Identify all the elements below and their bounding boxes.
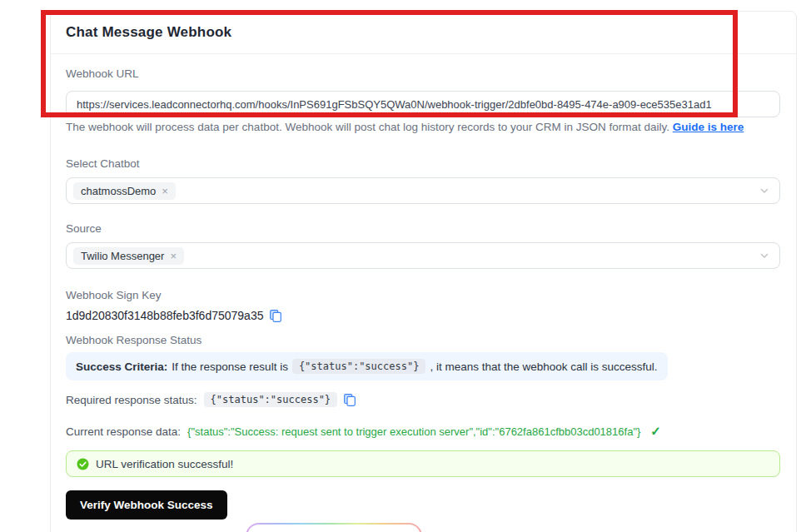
helper-text-body: The webhook will process data per chatbo… [66,121,673,133]
chevron-down-icon [759,251,769,261]
success-criteria-pre: If the response result is [172,360,288,373]
required-response-label: Required response status: [66,394,197,406]
sign-key-row: 1d9d20830f3148b88feb3f6d75079a35 [66,309,780,322]
required-response-code: {"status":"success"} [204,392,338,407]
remove-tag-icon[interactable]: × [170,251,177,261]
source-tag-label: Twilio Messenger [81,250,164,262]
chatbot-tag-label: chatmossDemo [81,185,156,197]
sign-key-value: 1d9d20830f3148b88feb3f6d75079a35 [66,309,263,322]
check-icon: ✓ [650,424,661,439]
webhook-settings-card: Chat Message Webhook Webhook URL The web… [50,11,797,532]
verification-success-alert: URL verification successful! [66,450,780,477]
page-title: Chat Message Webhook [66,24,231,41]
copy-icon[interactable] [344,394,356,406]
card-body: Webhook URL The webhook will process dat… [51,67,796,520]
success-criteria-box: Success Criteria: If the response result… [66,352,668,380]
remove-tag-icon[interactable]: × [162,186,168,196]
chatbot-tag: chatmossDemo × [73,182,176,200]
current-response-label: Current response data: [66,425,181,438]
current-response-json: {"status":"Success: request sent to trig… [187,425,640,438]
helper-text: The webhook will process data per chatbo… [66,121,780,134]
guide-link[interactable]: Guide is here [673,121,744,133]
success-criteria-code: {"status":"success"} [292,359,426,374]
copy-icon[interactable] [270,310,281,322]
alert-text: URL verification successful! [96,458,233,470]
current-response-row: Current response data: {"status":"Succes… [66,424,780,439]
source-label: Source [66,222,780,236]
chevron-down-icon [759,186,769,196]
source-select[interactable]: Twilio Messenger × [66,242,780,269]
select-chatbot-label: Select Chatbot [66,157,780,171]
webhook-url-input[interactable] [66,91,780,117]
verify-webhook-button[interactable]: Verify Webhook Success [66,490,227,520]
required-response-row: Required response status: {"status":"suc… [66,392,780,407]
rainbow-panel-body [247,525,420,532]
webhook-url-label: Webhook URL [66,67,780,81]
success-criteria-title: Success Criteria: [76,360,167,373]
sign-key-label: Webhook Sign Key [66,289,780,302]
card-header: Chat Message Webhook [51,12,796,54]
chatbot-select[interactable]: chatmossDemo × [66,177,780,204]
success-criteria-post: , it means that the webhook call is succ… [430,360,657,373]
success-circle-check-icon [77,458,89,470]
response-status-label: Webhook Response Status [66,334,780,347]
rainbow-border-panel [246,523,422,532]
source-tag: Twilio Messenger × [73,247,184,265]
